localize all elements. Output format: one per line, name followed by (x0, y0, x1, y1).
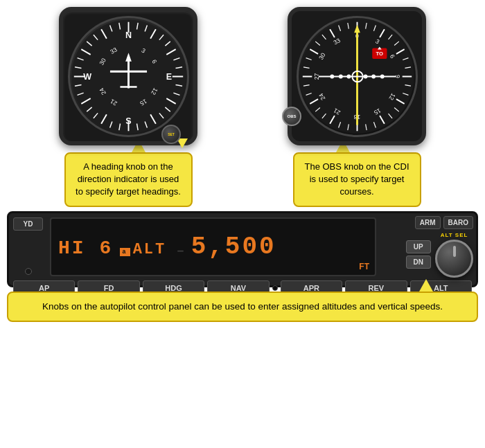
ap-display: HI 6 a ALT — 5,500 FT (50, 217, 376, 276)
svg-point-109 (363, 74, 367, 78)
svg-text:E: E (166, 71, 171, 81)
ap-hi6-text: HI 6 (58, 238, 113, 259)
obs-knob-label: OBS (287, 114, 296, 118)
bottom-callout-arrow (419, 279, 433, 292)
svg-point-110 (371, 74, 376, 78)
cdi-callout-bubble: The OBS knob on the CDI is used to speci… (293, 152, 421, 207)
di-callout-bubble: A heading knob on the direction indicato… (64, 152, 193, 207)
cdi-instrument: 0 3 6 9 12 15 18 21 24 27 30 33 (288, 7, 426, 145)
bottom-callout-bubble: Knobs on the autopilot control panel can… (7, 292, 478, 322)
ap-altitude-value: 5,500 (191, 233, 276, 261)
ap-updn-section: UP DN (406, 240, 431, 269)
direction-indicator: N E S W 3 6 12 15 21 24 30 (59, 7, 197, 145)
arm-button[interactable]: ARM (415, 216, 441, 229)
cdi-gauge-body: 0 3 6 9 12 15 18 21 24 27 30 33 (288, 7, 426, 145)
svg-text:S: S (125, 116, 131, 125)
di-callout: A heading knob on the direction indicato… (55, 140, 201, 207)
ap-right-section: ARM BARO UP DN ALT SEL (379, 213, 476, 280)
ap-unit-ft: FT (359, 262, 369, 271)
ap-alt-label: ALT (133, 241, 167, 258)
ap-display-text: HI 6 a ALT — 5,500 (58, 233, 276, 261)
ap-right-bottom-row: UP DN ALT SEL (406, 232, 473, 278)
alt-sel-knob-container: ALT SEL (435, 232, 473, 278)
bottom-callout-section: Knobs on the autopilot control panel can… (7, 292, 478, 322)
cdi-svg: 0 3 6 9 12 15 18 21 24 27 30 33 (299, 18, 416, 135)
ap-left-dot (25, 268, 32, 275)
svg-text:W: W (83, 71, 91, 81)
di-svg: N E S W 3 6 12 15 21 24 30 (70, 18, 187, 135)
set-knob[interactable]: SET (161, 125, 181, 144)
bottom-callout-wrapper: Knobs on the autopilot control panel can… (7, 292, 478, 322)
baro-button[interactable]: BARO (443, 216, 473, 229)
svg-text:N: N (125, 30, 131, 39)
yd-button[interactable]: YD (13, 217, 43, 231)
cdi-face: 0 3 6 9 12 15 18 21 24 27 30 33 (297, 16, 418, 137)
svg-point-105 (330, 74, 334, 78)
svg-point-107 (346, 74, 351, 78)
alt-sel-knob[interactable] (435, 240, 473, 278)
cdi-callout: The OBS knob on the CDI is used to speci… (284, 140, 430, 207)
dn-button[interactable]: DN (406, 256, 431, 269)
di-compass-face: N E S W 3 6 12 15 21 24 30 (68, 16, 189, 137)
alt-sel-label: ALT SEL (441, 232, 468, 238)
svg-point-111 (380, 74, 384, 78)
ap-left-section: YD (9, 213, 47, 280)
ap-right-top-row: ARM BARO (415, 216, 473, 229)
ap-separator: — (177, 245, 185, 256)
svg-text:TO: TO (376, 51, 383, 57)
autopilot-panel: YD HI 6 a ALT — 5,500 FT ARM BARO UP (7, 211, 478, 287)
ap-mode-box: a (120, 248, 130, 256)
ap-panel-main-row: YD HI 6 a ALT — 5,500 FT ARM BARO UP (9, 213, 476, 280)
obs-knob[interactable]: OBS (282, 107, 301, 126)
up-button[interactable]: UP (406, 240, 431, 253)
ap-center-dot (272, 285, 278, 291)
svg-point-106 (338, 74, 342, 78)
di-gauge-body: N E S W 3 6 12 15 21 24 30 (59, 7, 197, 145)
